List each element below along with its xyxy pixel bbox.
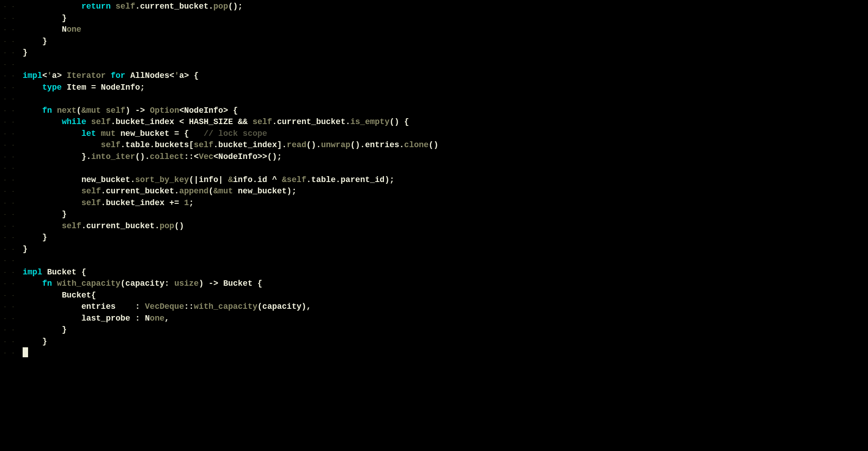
token-id: ; [189, 198, 194, 207]
token-dim: &mut [213, 187, 233, 196]
token-id: .current_bucket. [135, 2, 213, 11]
code-line[interactable]: } [23, 36, 868, 48]
token-id: (). [135, 152, 149, 161]
code-line[interactable]: self.bucket_index += 1; [23, 197, 868, 209]
code-line[interactable]: self.current_bucket.append(&mut new_buck… [23, 186, 868, 197]
token-dim: &self [282, 175, 307, 184]
token-dim: one [150, 314, 164, 323]
token-dim: is_empty [350, 117, 389, 126]
gutter-line: - - [0, 290, 23, 302]
gutter-line: - - [0, 128, 23, 140]
token-dim: read [287, 140, 306, 149]
gutter-line: - - [0, 70, 23, 82]
code-line[interactable]: } [23, 209, 868, 221]
token-kw: impl [23, 268, 42, 277]
code-line[interactable] [23, 163, 868, 174]
gutter-line: - - [0, 324, 23, 336]
gutter-line: - - [0, 151, 23, 163]
code-line[interactable]: fn next(&mut self) -> Option<NodeInfo> { [23, 105, 868, 117]
code-line[interactable]: }.into_iter().collect::<Vec<NodeInfo>>()… [23, 151, 868, 163]
code-area[interactable]: return self.current_bucket.pop(); } None… [23, 0, 868, 451]
code-line[interactable]: while self.bucket_index < HASH_SIZE && s… [23, 116, 868, 128]
token-dim: 1 [184, 198, 189, 207]
code-line[interactable]: } [23, 13, 868, 24]
token-id: ( [77, 106, 82, 115]
code-line[interactable]: impl<'a> Iterator for AllNodes<'a> { [23, 70, 868, 82]
token-id: AllNodes< [125, 71, 174, 80]
gutter-line: - - [0, 267, 23, 278]
token-kw: return [82, 2, 111, 11]
code-editor[interactable]: - -- -- -- -- -- -- -- -- -- -- -- -- --… [0, 0, 868, 451]
code-line[interactable]: type Item = NodeInfo; [23, 82, 868, 94]
line-gutter: - -- -- -- -- -- -- -- -- -- -- -- -- --… [0, 0, 23, 451]
token-id: last_probe : N [82, 314, 150, 323]
token-id: , [164, 314, 169, 323]
token-dim: into_iter [91, 152, 135, 161]
code-line[interactable]: last_probe : None, [23, 313, 868, 325]
code-line[interactable] [23, 347, 868, 359]
gutter-line: - - [0, 163, 23, 174]
token-id: () [174, 221, 184, 230]
token-id: ().entries. [350, 140, 404, 149]
gutter-line: - - [0, 197, 23, 209]
gutter-line: - - [0, 139, 23, 151]
token-id: N [62, 25, 67, 34]
code-line[interactable]: return self.current_bucket.pop(); [23, 1, 868, 13]
gutter-line: - - [0, 186, 23, 197]
gutter-line: - - [0, 232, 23, 244]
token-dim: &mut self [82, 106, 125, 115]
token-dim: self [82, 187, 101, 196]
code-line[interactable]: self.table.buckets[self.bucket_index].re… [23, 139, 868, 151]
token-id: <NodeInfo>>(); [213, 152, 282, 161]
token-dim: one [67, 25, 81, 34]
code-line[interactable]: Bucket{ [23, 290, 868, 302]
code-line[interactable]: let mut new_bucket = { // lock scope [23, 128, 868, 140]
gutter-line: - - [0, 336, 23, 348]
token-kw: let [82, 129, 96, 138]
code-line[interactable]: } [23, 232, 868, 244]
token-id: ) -> [125, 106, 150, 115]
gutter-line: - - [0, 209, 23, 221]
token-dim: VecDeque [145, 302, 184, 311]
token-id: new_bucket); [233, 187, 297, 196]
code-line[interactable]: entries : VecDeque::with_capacity(capaci… [23, 301, 868, 313]
gutter-line: - - [0, 36, 23, 48]
token-kw: type [42, 83, 62, 92]
token-dim: next [52, 106, 77, 115]
token-id: .table.buckets[ [120, 140, 194, 149]
code-line[interactable]: None [23, 24, 868, 36]
token-dim: self [86, 117, 110, 126]
gutter-line: - - [0, 105, 23, 117]
token-id: } [42, 37, 47, 46]
token-id: :: [184, 302, 194, 311]
token-kw: for [110, 71, 125, 80]
token-dim: sort_by_key [135, 175, 189, 184]
code-line[interactable]: impl Bucket { [23, 267, 868, 278]
token-id: } [62, 210, 67, 219]
token-id: a> { [179, 71, 199, 80]
token-dim: pop [213, 2, 228, 11]
gutter-line: - - [0, 1, 23, 13]
code-line[interactable] [23, 255, 868, 267]
code-line[interactable]: fn with_capacity(capacity: usize) -> Buc… [23, 278, 868, 290]
token-dim: with_capacity [52, 279, 120, 288]
token-dim: Vec [199, 152, 213, 161]
code-line[interactable]: } [23, 47, 868, 59]
token-dim: with_capacity [194, 302, 257, 311]
code-line[interactable]: } [23, 336, 868, 348]
code-line[interactable]: } [23, 324, 868, 336]
gutter-line: - - [0, 93, 23, 105]
token-dim: Option [150, 106, 179, 115]
token-id: }. [82, 152, 91, 161]
code-line[interactable] [23, 59, 868, 71]
code-line[interactable]: new_bucket.sort_by_key(|info| &info.id ^… [23, 174, 868, 186]
token-id: ( [208, 187, 213, 196]
token-id: (); [228, 2, 243, 11]
code-line[interactable]: } [23, 244, 868, 255]
token-dim: usize [174, 279, 199, 288]
code-line[interactable] [23, 93, 868, 105]
token-id: .bucket_index]. [213, 140, 287, 149]
token-id: } [42, 233, 47, 242]
token-id: () { [389, 117, 409, 126]
code-line[interactable]: self.current_bucket.pop() [23, 221, 868, 232]
